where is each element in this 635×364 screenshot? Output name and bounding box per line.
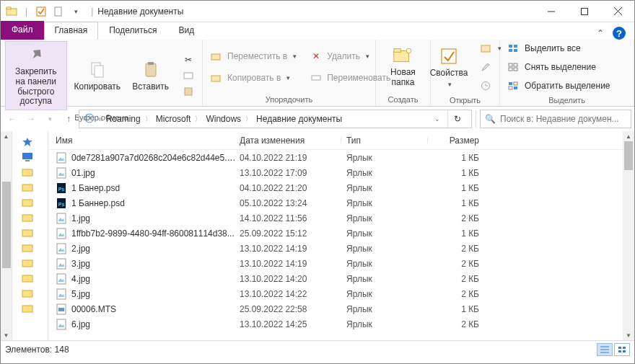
nav-item[interactable] bbox=[12, 179, 48, 195]
table-row[interactable]: 5.jpg13.10.2022 14:22Ярлык2 КБ bbox=[48, 286, 623, 301]
scroll-down-icon[interactable]: ▼ bbox=[623, 330, 634, 340]
invert-selection-button[interactable]: Обратить выделение bbox=[504, 79, 613, 93]
table-row[interactable]: 2.jpg13.10.2022 14:19Ярлык2 КБ bbox=[48, 241, 623, 256]
nav-item[interactable] bbox=[12, 270, 48, 285]
file-name: 1ffbb7b2-9899-4480-94ff-860081114d38... bbox=[71, 228, 235, 239]
details-view-button[interactable] bbox=[597, 343, 613, 356]
nav-item[interactable] bbox=[12, 164, 48, 179]
chevron-right-icon[interactable]: 〉 bbox=[145, 115, 152, 124]
crumb-1[interactable]: Microsoft bbox=[156, 114, 191, 124]
table-row[interactable]: 4.jpg13.10.2022 14:20Ярлык2 КБ bbox=[48, 271, 623, 286]
nav-item[interactable] bbox=[12, 210, 48, 225]
tab-file[interactable]: Файл bbox=[1, 21, 44, 40]
table-row[interactable]: Ps1 Баннер.psd05.10.2022 13:24Ярлык1 КБ bbox=[48, 195, 623, 210]
paste-shortcut-button[interactable] bbox=[179, 84, 198, 99]
cell-size: 1 КБ bbox=[427, 153, 485, 163]
address-box[interactable]: « Roaming〉 Microsoft〉 Windows〉 Недавние … bbox=[79, 110, 472, 128]
select-all-button[interactable]: Выделить все bbox=[504, 41, 613, 56]
file-scrollbar[interactable]: ▲ ▼ bbox=[623, 131, 634, 340]
tab-share[interactable]: Поделиться bbox=[98, 22, 167, 40]
nav-item-quick-access[interactable] bbox=[12, 134, 48, 149]
chevron-right-icon[interactable]: 〉 bbox=[245, 115, 252, 124]
nav-item[interactable] bbox=[12, 301, 48, 316]
paste-button[interactable]: Вставить bbox=[128, 58, 173, 94]
select-none-button[interactable]: Снять выделение bbox=[504, 60, 613, 74]
folder-icon bbox=[21, 243, 34, 253]
scroll-down-icon[interactable]: ▼ bbox=[1, 330, 12, 340]
new-doc-icon[interactable] bbox=[51, 4, 66, 19]
table-row[interactable]: 01.jpg13.10.2022 17:09Ярлык1 КБ bbox=[48, 165, 623, 180]
nav-item[interactable] bbox=[12, 225, 48, 240]
recent-locations-button[interactable]: ▾ bbox=[41, 110, 58, 128]
maximize-button[interactable] bbox=[568, 1, 601, 22]
cell-name: 0de7281a907a7d0268c204e6c82d44e5.png bbox=[56, 152, 240, 164]
column-header-date[interactable]: Дата изменения bbox=[240, 136, 341, 146]
refresh-button[interactable]: ↻ bbox=[447, 110, 467, 128]
pin-icon bbox=[26, 45, 46, 65]
paste-shortcut-icon bbox=[182, 86, 195, 97]
crumb-2[interactable]: Windows bbox=[206, 114, 241, 124]
crumb-0[interactable]: Roaming bbox=[106, 114, 141, 124]
large-icons-view-button[interactable] bbox=[614, 343, 630, 356]
table-row[interactable]: 6.jpg13.10.2022 14:25Ярлык2 КБ bbox=[48, 316, 623, 332]
table-row[interactable]: 1ffbb7b2-9899-4480-94ff-860081114d38...2… bbox=[48, 226, 623, 241]
minimize-button[interactable] bbox=[535, 1, 568, 22]
cut-button[interactable]: ✂ bbox=[179, 53, 198, 67]
new-folder-button[interactable]: Новая папка bbox=[386, 44, 420, 89]
copy-path-button[interactable] bbox=[179, 68, 198, 83]
close-button[interactable] bbox=[601, 1, 634, 22]
column-header-size[interactable]: Размер bbox=[427, 136, 485, 146]
address-dropdown[interactable]: ⌄ bbox=[430, 115, 444, 123]
svg-marker-36 bbox=[22, 138, 32, 146]
search-box[interactable]: 🔍 Поиск в: Недавние докумен... bbox=[480, 110, 631, 128]
table-row[interactable]: 1.jpg14.10.2022 11:56Ярлык2 КБ bbox=[48, 210, 623, 226]
crumb-ellipsis[interactable]: « bbox=[98, 114, 103, 124]
pin-quick-access-button[interactable]: Закрепить на панели быстрого доступа bbox=[5, 41, 67, 110]
tab-home[interactable]: Главная bbox=[44, 22, 99, 40]
file-scroll-thumb[interactable] bbox=[624, 141, 633, 170]
ribbon-group-new: Новая папка Создать bbox=[376, 40, 431, 106]
copy-button[interactable]: Копировать bbox=[70, 58, 126, 94]
copy-to-button[interactable]: Копировать в▾ bbox=[207, 71, 299, 85]
scroll-up-icon[interactable]: ▲ bbox=[623, 131, 634, 141]
svg-rect-10 bbox=[146, 63, 156, 76]
folder-icon[interactable] bbox=[4, 4, 19, 19]
qat-separator: | bbox=[25, 6, 27, 17]
collapse-ribbon-icon[interactable]: ⌃ bbox=[597, 28, 604, 38]
properties-button[interactable]: Свойства▾ bbox=[426, 45, 473, 89]
column-header-type[interactable]: Тип bbox=[341, 136, 427, 146]
svg-rect-24 bbox=[514, 45, 517, 48]
move-to-button[interactable]: Переместить в▾ bbox=[207, 49, 299, 63]
table-row[interactable]: 00006.MTS25.09.2022 22:58Ярлык1 КБ bbox=[48, 301, 623, 316]
group-label-select: Выделить bbox=[500, 94, 634, 107]
help-icon[interactable]: ? bbox=[613, 27, 626, 40]
svg-text:Ps: Ps bbox=[58, 187, 65, 192]
chevron-right-icon[interactable]: 〉 bbox=[195, 115, 201, 124]
scroll-up-icon[interactable]: ▲ bbox=[1, 131, 12, 141]
table-row[interactable]: 0de7281a907a7d0268c204e6c82d44e5.png04.1… bbox=[48, 150, 623, 165]
properties-icon[interactable] bbox=[33, 4, 49, 19]
cell-date: 13.10.2022 14:19 bbox=[240, 244, 341, 254]
nav-scroll-thumb[interactable] bbox=[2, 182, 11, 268]
cell-type: Ярлык bbox=[341, 304, 427, 314]
table-row[interactable]: Ps1 Банер.psd04.10.2022 21:20Ярлык1 КБ bbox=[48, 180, 623, 195]
cell-type: Ярлык bbox=[341, 274, 427, 284]
group-label-organize: Упорядочить bbox=[203, 94, 375, 106]
nav-item[interactable] bbox=[12, 149, 48, 164]
nav-item[interactable] bbox=[12, 285, 48, 301]
back-button[interactable]: ← bbox=[4, 110, 21, 128]
nav-scrollbar[interactable]: ▲ ▼ bbox=[1, 131, 12, 340]
crumb-3[interactable]: Недавние документы bbox=[256, 114, 342, 124]
edit-icon bbox=[479, 61, 492, 73]
forward-button[interactable]: → bbox=[22, 110, 40, 128]
cell-name: 4.jpg bbox=[56, 273, 240, 285]
up-button[interactable]: ↑ bbox=[60, 110, 77, 128]
column-header-name[interactable]: Имя bbox=[56, 136, 240, 146]
table-row[interactable]: 3.jpg13.10.2022 14:19Ярлык2 КБ bbox=[48, 256, 623, 271]
qat-dropdown-icon[interactable]: ▾ bbox=[68, 4, 84, 19]
tab-view[interactable]: Вид bbox=[167, 22, 205, 40]
nav-item[interactable] bbox=[12, 255, 48, 270]
nav-item[interactable] bbox=[12, 240, 48, 255]
nav-item[interactable] bbox=[12, 195, 48, 210]
cell-size: 1 КБ bbox=[427, 304, 485, 314]
